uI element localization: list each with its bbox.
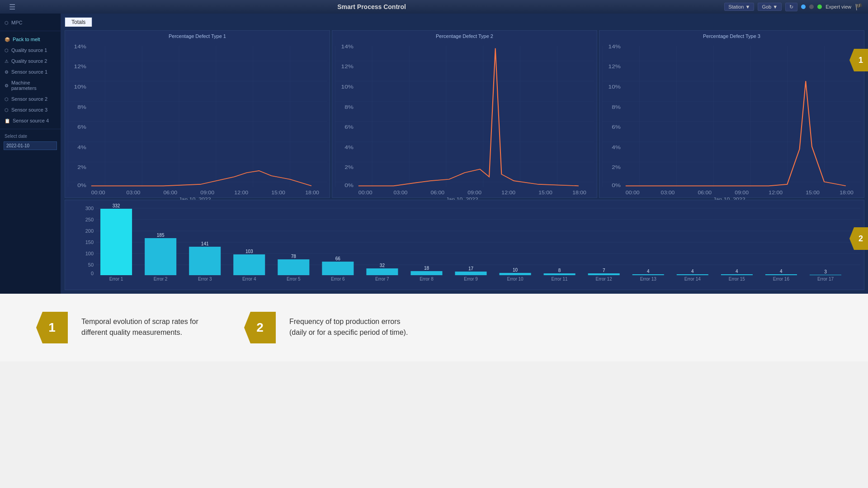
svg-text:0%: 0%: [77, 183, 86, 188]
svg-text:8: 8: [558, 268, 561, 273]
svg-text:8%: 8%: [612, 104, 621, 110]
svg-text:06:00: 06:00: [698, 190, 712, 195]
svg-text:6%: 6%: [612, 124, 621, 130]
gob-dropdown[interactable]: Gob ▼: [758, 3, 782, 11]
svg-text:250: 250: [85, 217, 94, 222]
annotation-badge-1: 1: [36, 312, 68, 343]
sidebar-divider-2: [0, 129, 61, 129]
svg-text:06:00: 06:00: [163, 190, 177, 195]
sidebar-item-quality-source-2[interactable]: ⚠ Quality source 2: [0, 56, 61, 66]
bar-error-5: [278, 259, 309, 275]
sensor-source-1-icon: ⚙: [5, 70, 9, 75]
svg-text:Error 17: Error 17: [817, 277, 834, 282]
bar-error-4: [233, 254, 265, 275]
status-dot-blue: [801, 5, 806, 9]
svg-text:15:00: 15:00: [538, 190, 552, 195]
app-title: Smart Process Control: [337, 3, 406, 10]
svg-text:03:00: 03:00: [661, 190, 675, 195]
svg-text:15:00: 15:00: [806, 190, 820, 195]
sensor-source-3-icon: ⬡: [5, 108, 9, 113]
tab-totals[interactable]: Totals: [65, 17, 92, 27]
svg-text:18: 18: [424, 266, 429, 271]
svg-text:2%: 2%: [612, 165, 621, 171]
svg-text:17: 17: [468, 266, 474, 271]
chart-defect-type-2: Percentage Defect Type 2 14% 12% 10% 8% …: [332, 30, 597, 198]
svg-text:200: 200: [85, 228, 94, 234]
select-date-label: Select date: [0, 132, 61, 141]
sidebar-item-sensor-source-2[interactable]: ⬡ Sensor source 2: [0, 94, 61, 104]
svg-rect-0: [68, 46, 327, 187]
sidebar-pack-label: Pack to melt: [13, 37, 40, 42]
topbar: ☰ Smart Process Control Station ▼ Gob ▼ …: [0, 0, 868, 14]
svg-text:32: 32: [380, 263, 385, 268]
svg-text:18:00: 18:00: [840, 190, 854, 195]
svg-text:4%: 4%: [612, 145, 621, 150]
sidebar-item-mpc[interactable]: ⬡ MPC: [0, 17, 61, 28]
svg-text:4: 4: [780, 269, 783, 274]
date-input[interactable]: [4, 141, 57, 150]
svg-text:Error 15: Error 15: [729, 277, 745, 282]
content-area: Totals Percentage Defect Type 1 14%: [61, 14, 868, 294]
svg-text:10%: 10%: [74, 84, 86, 90]
svg-text:3: 3: [824, 269, 827, 274]
annotation-badge-2: 2: [244, 312, 276, 343]
svg-text:Error 3: Error 3: [198, 277, 212, 282]
bar-chart-panel: 300 250 200 150 100 50 0 332 Error 1 185…: [65, 200, 864, 290]
svg-rect-17: [335, 46, 594, 187]
sidebar: ⬡ MPC 📦 Pack to melt ⬡ Quality source 1 …: [0, 14, 61, 294]
svg-text:09:00: 09:00: [735, 190, 749, 195]
svg-text:00:00: 00:00: [359, 190, 373, 195]
svg-text:6%: 6%: [344, 124, 354, 130]
sidebar-item-sensor-source-1[interactable]: ⚙ Sensor source 1: [0, 66, 61, 77]
sensor-source-4-icon: 📋: [5, 118, 10, 123]
refresh-button[interactable]: ↻: [785, 3, 797, 11]
bar-error-6: [322, 262, 354, 275]
svg-text:0%: 0%: [344, 183, 354, 188]
svg-text:10: 10: [513, 267, 518, 272]
bar-error-12: [588, 273, 620, 275]
svg-text:8%: 8%: [344, 104, 354, 110]
status-dot-dark: [809, 5, 814, 9]
bar-error-3: [189, 247, 221, 275]
svg-text:185: 185: [157, 233, 165, 238]
svg-text:09:00: 09:00: [200, 190, 214, 195]
svg-text:14%: 14%: [74, 44, 86, 50]
tabs-bar: Totals: [65, 17, 864, 27]
svg-text:Error 5: Error 5: [287, 277, 301, 282]
sidebar-item-sensor-source-4[interactable]: 📋 Sensor source 4: [0, 115, 61, 126]
svg-text:100: 100: [85, 251, 94, 256]
hamburger-button[interactable]: ☰: [5, 1, 19, 13]
svg-text:12:00: 12:00: [769, 190, 783, 195]
svg-text:300: 300: [85, 206, 94, 211]
svg-text:0%: 0%: [612, 183, 621, 188]
station-dropdown[interactable]: Station ▼: [724, 3, 754, 11]
svg-text:150: 150: [85, 239, 94, 245]
sidebar-divider-1: [0, 31, 61, 31]
svg-text:Error 16: Error 16: [773, 277, 790, 282]
svg-text:Error 9: Error 9: [464, 277, 478, 282]
chart-svg-2: 14% 12% 10% 8% 6% 4% 2% 0% 00:00 03:00 0…: [335, 41, 594, 202]
sidebar-item-sensor-source-3[interactable]: ⬡ Sensor source 3: [0, 104, 61, 115]
svg-rect-34: [602, 46, 861, 187]
svg-text:Error 13: Error 13: [640, 277, 657, 282]
chart-title-2: Percentage Defect Type 2: [335, 33, 594, 39]
status-dot-green: [817, 5, 822, 9]
bar-error-11: [544, 273, 576, 275]
svg-text:12%: 12%: [74, 64, 86, 70]
sidebar-item-quality-source-1[interactable]: ⬡ Quality source 1: [0, 45, 61, 56]
svg-text:Error 10: Error 10: [507, 277, 524, 282]
sidebar-mpc-label: MPC: [11, 20, 22, 25]
sidebar-item-pack-to-melt[interactable]: 📦 Pack to melt: [0, 34, 61, 45]
sidebar-item-machine-parameters[interactable]: ⚙ Machine parameters: [0, 77, 61, 94]
svg-text:12:00: 12:00: [501, 190, 515, 195]
sidebar-quality2-label: Quality source 2: [11, 58, 47, 64]
bar-error-17: [810, 275, 841, 275]
svg-text:12%: 12%: [341, 64, 354, 70]
chart-defect-type-3: Percentage Defect Type 3 14% 12% 10% 8% …: [599, 30, 864, 198]
svg-text:4: 4: [691, 269, 694, 274]
expert-view-label: Expert view: [826, 4, 851, 9]
svg-text:10%: 10%: [609, 84, 621, 90]
svg-text:0: 0: [91, 271, 94, 276]
topbar-controls: Station ▼ Gob ▼ ↻ Expert view 🏴: [724, 3, 863, 11]
mpc-icon: ⬡: [5, 20, 9, 25]
